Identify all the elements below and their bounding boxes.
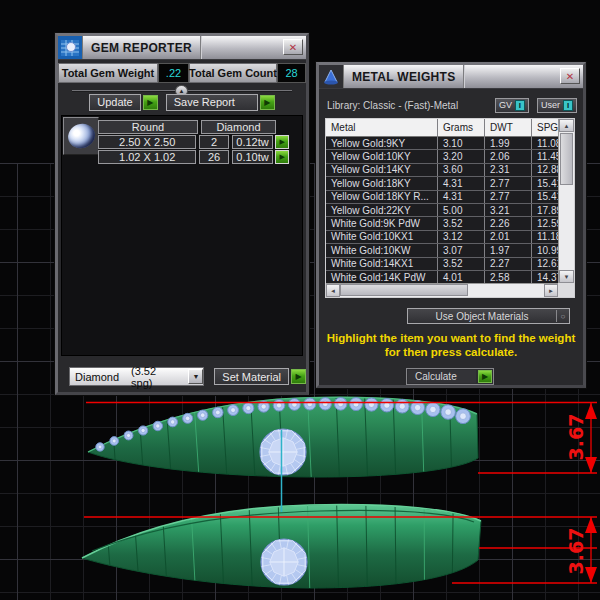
use-object-materials-label: Use Object Materials <box>408 311 556 322</box>
user-indicator: I <box>563 100 573 111</box>
metal-row[interactable]: Yellow Gold:22KY5.003.2117.89 <box>326 204 558 217</box>
dimension-label-top: 3.67 <box>565 414 587 461</box>
gem-table-row[interactable]: 2.50 X 2.50 2 0.12tw ▶ <box>98 135 289 149</box>
gem-report-area: Round Diamond 2.50 X 2.50 2 0.12tw ▶ 1.0… <box>61 115 303 356</box>
vertical-scroll-thumb[interactable] <box>560 133 573 185</box>
set-material-button[interactable]: Set Material <box>214 368 289 385</box>
ring-model-top[interactable] <box>88 397 478 477</box>
library-label: Library: Classic - (Fast)-Metal <box>327 100 458 111</box>
scroll-up-button[interactable]: ▲ <box>559 119 574 132</box>
gem-totals-row: Total Gem Weight .22 Total Gem Count 28 <box>58 63 306 83</box>
titlebar-separator <box>463 65 560 88</box>
metal-weights-window: METAL WEIGHTS ✕ Library: Classic - (Fast… <box>316 62 586 388</box>
gem-reporter-buttons: Update ▶ Save Report ▶ <box>58 93 306 111</box>
metal-weights-icon <box>319 65 344 88</box>
scroll-right-icon: ► <box>548 288 554 294</box>
metal-column-header: Metal <box>326 119 438 136</box>
metal-weights-titlebar[interactable]: METAL WEIGHTS ✕ <box>319 65 583 89</box>
gem-reporter-titlebar[interactable]: GEM REPORTER ✕ <box>58 36 306 60</box>
gem-row-go-button[interactable]: ▶ <box>275 135 289 149</box>
play-icon: ▶ <box>279 153 284 161</box>
play-icon: ▶ <box>482 372 488 381</box>
close-icon: ✕ <box>289 42 297 53</box>
gem-table: Round Diamond 2.50 X 2.50 2 0.12tw ▶ 1.0… <box>98 120 289 165</box>
scroll-up-icon: ▲ <box>564 123 570 129</box>
shape-column-header: Round <box>98 120 198 134</box>
gv-label: GV <box>499 100 512 110</box>
gem-row-go-button[interactable]: ▶ <box>275 150 289 164</box>
dimension-label-bottom: 3.67 <box>565 528 587 575</box>
save-report-button[interactable]: Save Report <box>166 94 258 111</box>
metal-row[interactable]: White Gold:10KW3.071.9710.99 <box>326 244 558 257</box>
scroll-left-button[interactable]: ◄ <box>326 284 340 297</box>
close-button[interactable]: ✕ <box>283 39 303 55</box>
material-spg: (3.52 spg) <box>131 365 176 389</box>
gv-toggle[interactable]: GV I <box>495 98 529 113</box>
material-value: Diamond <box>75 371 119 383</box>
total-gem-count-label: Total Gem Count <box>189 63 277 83</box>
total-gem-weight-label: Total Gem Weight <box>58 63 158 83</box>
gem-reporter-window: GEM REPORTER ✕ Total Gem Weight .22 Tota… <box>55 33 309 395</box>
set-material-go-button[interactable]: ▶ <box>291 369 306 384</box>
metal-table: Metal Grams DWT SPG Yellow Gold:9KY3.101… <box>325 118 575 298</box>
calculate-button[interactable]: Calculate <box>408 370 476 383</box>
gem-weight: 0.10tw <box>232 150 273 164</box>
gem-stone-image <box>64 120 97 151</box>
material-column-header: Diamond <box>201 120 276 134</box>
titlebar-separator <box>200 36 283 59</box>
metal-row[interactable]: Yellow Gold:18KY4.312.7715.41 <box>326 177 558 190</box>
viewport[interactable]: 3.67 3.67 GEM REPORTER ✕ Total Gem Weigh… <box>0 0 600 600</box>
scrollbar-corner <box>558 283 574 297</box>
metal-row[interactable]: White Gold:14KX13.522.2712.61 <box>326 258 558 271</box>
metal-row[interactable]: White Gold:14K PdW4.012.5814.37 <box>326 271 558 283</box>
gem-table-row[interactable]: 1.02 X 1.02 26 0.10tw ▶ <box>98 150 289 164</box>
gem-count: 2 <box>199 135 229 149</box>
instruction-line-1: Highlight the item you want to find the … <box>319 331 583 345</box>
calculate-go-button[interactable]: ▶ <box>478 370 492 383</box>
calculate-row: Calculate ▶ <box>406 368 494 385</box>
user-label: User <box>541 100 560 110</box>
gem-size: 1.02 X 1.02 <box>98 150 196 164</box>
grams-column-header: Grams <box>438 119 485 136</box>
center-gem-top <box>260 429 306 475</box>
instruction-text: Highlight the item you want to find the … <box>319 331 583 359</box>
library-row: Library: Classic - (Fast)-Metal GV I Use… <box>327 96 577 114</box>
center-gem-bottom <box>261 539 307 585</box>
metal-row[interactable]: Yellow Gold:9KY3.101.9911.08 <box>326 137 558 150</box>
close-icon: ✕ <box>566 71 574 82</box>
material-dropdown[interactable]: Diamond (3.52 spg) ▼ <box>69 367 204 386</box>
horizontal-scrollbar[interactable]: ◄ ► <box>326 283 558 297</box>
scroll-right-button[interactable]: ► <box>544 284 558 297</box>
scroll-left-icon: ◄ <box>330 288 336 294</box>
spg-column-header: SPG <box>532 119 558 136</box>
update-button[interactable]: Update <box>89 94 140 111</box>
total-gem-weight-value: .22 <box>158 63 189 83</box>
scroll-down-icon: ▼ <box>564 274 570 280</box>
metal-table-grid: Metal Grams DWT SPG Yellow Gold:9KY3.101… <box>326 119 558 283</box>
metal-row[interactable]: Yellow Gold:14KY3.602.3112.88 <box>326 164 558 177</box>
gem-thumbnail[interactable] <box>63 117 99 155</box>
dwt-column-header: DWT <box>485 119 532 136</box>
metal-row[interactable]: White Gold:10KX13.122.0111.18 <box>326 231 558 244</box>
metal-row[interactable]: White Gold:9K PdW3.522.2612.59 <box>326 217 558 230</box>
vertical-scrollbar[interactable]: ▲ ▼ <box>558 119 574 283</box>
play-icon: ▶ <box>147 98 153 107</box>
metal-row[interactable]: Yellow Gold:10KY3.202.0611.45 <box>326 150 558 163</box>
material-row: Diamond (3.52 spg) ▼ Set Material ▶ <box>58 367 306 386</box>
gem-weight: 0.12tw <box>232 135 273 149</box>
total-gem-count-value: 28 <box>277 63 306 83</box>
horizontal-scroll-thumb[interactable] <box>340 284 468 296</box>
user-toggle[interactable]: User I <box>537 98 577 113</box>
scroll-down-button[interactable]: ▼ <box>559 270 574 283</box>
toggle-circle-icon: ○ <box>556 310 569 322</box>
play-icon: ▶ <box>264 98 270 107</box>
metal-table-header: Metal Grams DWT SPG <box>326 119 558 137</box>
metal-row[interactable]: Yellow Gold:18KY R...4.312.7715.41 <box>326 191 558 204</box>
chevron-down-icon[interactable]: ▼ <box>188 369 203 384</box>
update-go-button[interactable]: ▶ <box>143 95 158 110</box>
close-button[interactable]: ✕ <box>560 68 580 84</box>
save-report-go-button[interactable]: ▶ <box>260 95 275 110</box>
play-icon: ▶ <box>295 372 301 381</box>
use-object-materials-button[interactable]: Use Object Materials ○ <box>407 308 570 324</box>
window-title: GEM REPORTER <box>83 36 200 59</box>
